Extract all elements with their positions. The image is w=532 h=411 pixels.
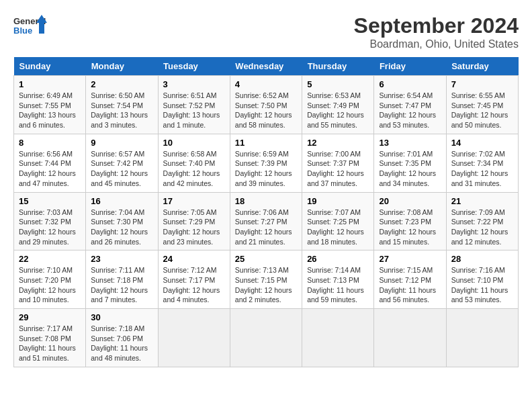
day-info: Sunrise: 6:51 AM Sunset: 7:52 PM Dayligh… [163,91,225,130]
day-info: Sunrise: 7:14 AM Sunset: 7:13 PM Dayligh… [307,265,369,305]
day-number: 5 [307,79,369,89]
header-day-tuesday: Tuesday [158,57,230,76]
calendar-cell: 19Sunrise: 7:07 AM Sunset: 7:25 PM Dayli… [302,192,374,250]
day-info: Sunrise: 7:15 AM Sunset: 7:12 PM Dayligh… [379,265,441,305]
calendar-cell: 29Sunrise: 7:17 AM Sunset: 7:08 PM Dayli… [14,309,86,367]
day-info: Sunrise: 6:59 AM Sunset: 7:39 PM Dayligh… [235,149,297,189]
svg-text:Blue: Blue [13,26,32,36]
header: General Blue September 2024 Boardman, Oh… [13,13,519,50]
day-info: Sunrise: 7:10 AM Sunset: 7:20 PM Dayligh… [19,265,81,305]
day-info: Sunrise: 6:53 AM Sunset: 7:49 PM Dayligh… [307,91,369,130]
day-info: Sunrise: 6:55 AM Sunset: 7:45 PM Dayligh… [451,91,513,130]
day-info: Sunrise: 7:17 AM Sunset: 7:08 PM Dayligh… [19,324,81,363]
calendar-cell [302,309,374,367]
day-info: Sunrise: 7:02 AM Sunset: 7:34 PM Dayligh… [451,149,513,189]
calendar-cell: 7Sunrise: 6:55 AM Sunset: 7:45 PM Daylig… [446,76,518,134]
day-number: 18 [235,196,297,206]
calendar-cell: 16Sunrise: 7:04 AM Sunset: 7:30 PM Dayli… [86,192,158,250]
week-row-1: 1Sunrise: 6:49 AM Sunset: 7:55 PM Daylig… [14,76,519,134]
day-number: 19 [307,196,369,206]
calendar-cell: 17Sunrise: 7:05 AM Sunset: 7:29 PM Dayli… [158,192,230,250]
subtitle: Boardman, Ohio, United States [354,38,519,50]
calendar-cell: 12Sunrise: 7:00 AM Sunset: 7:37 PM Dayli… [302,134,374,192]
calendar-cell: 2Sunrise: 6:50 AM Sunset: 7:54 PM Daylig… [86,76,158,134]
day-number: 28 [451,254,513,264]
calendar-cell [446,309,518,367]
day-info: Sunrise: 7:00 AM Sunset: 7:37 PM Dayligh… [307,149,369,189]
header-day-sunday: Sunday [14,57,86,76]
day-info: Sunrise: 7:12 AM Sunset: 7:17 PM Dayligh… [163,265,225,305]
title-section: September 2024 Boardman, Ohio, United St… [354,13,519,50]
header-day-saturday: Saturday [446,57,518,76]
day-number: 3 [163,79,225,89]
day-number: 11 [235,138,297,148]
logo-svg: General Blue [13,13,47,44]
day-info: Sunrise: 7:09 AM Sunset: 7:22 PM Dayligh… [451,208,513,247]
calendar-cell: 30Sunrise: 7:18 AM Sunset: 7:06 PM Dayli… [86,309,158,367]
day-number: 23 [91,254,152,264]
calendar-cell: 22Sunrise: 7:10 AM Sunset: 7:20 PM Dayli… [14,250,86,309]
calendar-cell: 27Sunrise: 7:15 AM Sunset: 7:12 PM Dayli… [374,250,446,309]
day-number: 13 [379,138,441,148]
day-number: 30 [91,312,152,322]
calendar-cell: 5Sunrise: 6:53 AM Sunset: 7:49 PM Daylig… [302,76,374,134]
day-number: 12 [307,138,369,148]
day-info: Sunrise: 6:54 AM Sunset: 7:47 PM Dayligh… [379,91,441,130]
day-number: 14 [451,138,513,148]
calendar-cell [374,309,446,367]
day-info: Sunrise: 7:16 AM Sunset: 7:10 PM Dayligh… [451,265,513,305]
day-number: 22 [19,254,81,264]
calendar-cell: 10Sunrise: 6:58 AM Sunset: 7:40 PM Dayli… [158,134,230,192]
day-info: Sunrise: 7:13 AM Sunset: 7:15 PM Dayligh… [235,265,297,305]
calendar-cell: 8Sunrise: 6:56 AM Sunset: 7:44 PM Daylig… [14,134,86,192]
day-number: 15 [19,196,81,206]
day-number: 6 [379,79,441,89]
day-info: Sunrise: 7:03 AM Sunset: 7:32 PM Dayligh… [19,208,81,247]
header-row: SundayMondayTuesdayWednesdayThursdayFrid… [14,57,519,76]
calendar-cell: 28Sunrise: 7:16 AM Sunset: 7:10 PM Dayli… [446,250,518,309]
header-day-thursday: Thursday [302,57,374,76]
week-row-2: 8Sunrise: 6:56 AM Sunset: 7:44 PM Daylig… [14,134,519,192]
day-number: 7 [451,79,513,89]
calendar-cell: 26Sunrise: 7:14 AM Sunset: 7:13 PM Dayli… [302,250,374,309]
day-info: Sunrise: 7:01 AM Sunset: 7:35 PM Dayligh… [379,149,441,189]
day-number: 20 [379,196,441,206]
day-info: Sunrise: 6:57 AM Sunset: 7:42 PM Dayligh… [91,149,152,189]
day-info: Sunrise: 6:50 AM Sunset: 7:54 PM Dayligh… [91,91,152,130]
calendar-cell [230,309,302,367]
day-number: 17 [163,196,225,206]
header-day-wednesday: Wednesday [230,57,302,76]
calendar-cell: 20Sunrise: 7:08 AM Sunset: 7:23 PM Dayli… [374,192,446,250]
day-number: 1 [19,79,81,89]
calendar-cell: 3Sunrise: 6:51 AM Sunset: 7:52 PM Daylig… [158,76,230,134]
header-day-monday: Monday [86,57,158,76]
calendar-cell [158,309,230,367]
day-number: 8 [19,138,81,148]
calendar-cell: 24Sunrise: 7:12 AM Sunset: 7:17 PM Dayli… [158,250,230,309]
calendar-cell: 9Sunrise: 6:57 AM Sunset: 7:42 PM Daylig… [86,134,158,192]
day-number: 21 [451,196,513,206]
day-info: Sunrise: 7:18 AM Sunset: 7:06 PM Dayligh… [91,324,152,363]
day-info: Sunrise: 7:11 AM Sunset: 7:18 PM Dayligh… [91,265,152,305]
day-number: 10 [163,138,225,148]
logo: General Blue [13,13,47,44]
day-number: 26 [307,254,369,264]
calendar-cell: 25Sunrise: 7:13 AM Sunset: 7:15 PM Dayli… [230,250,302,309]
calendar-cell: 13Sunrise: 7:01 AM Sunset: 7:35 PM Dayli… [374,134,446,192]
calendar-cell: 21Sunrise: 7:09 AM Sunset: 7:22 PM Dayli… [446,192,518,250]
day-number: 27 [379,254,441,264]
calendar-cell: 15Sunrise: 7:03 AM Sunset: 7:32 PM Dayli… [14,192,86,250]
header-day-friday: Friday [374,57,446,76]
day-info: Sunrise: 6:49 AM Sunset: 7:55 PM Dayligh… [19,91,81,130]
day-number: 16 [91,196,152,206]
week-row-5: 29Sunrise: 7:17 AM Sunset: 7:08 PM Dayli… [14,309,519,367]
calendar-cell: 11Sunrise: 6:59 AM Sunset: 7:39 PM Dayli… [230,134,302,192]
day-number: 9 [91,138,152,148]
week-row-3: 15Sunrise: 7:03 AM Sunset: 7:32 PM Dayli… [14,192,519,250]
day-number: 29 [19,312,81,322]
calendar-cell: 18Sunrise: 7:06 AM Sunset: 7:27 PM Dayli… [230,192,302,250]
day-info: Sunrise: 7:07 AM Sunset: 7:25 PM Dayligh… [307,208,369,247]
calendar-cell: 1Sunrise: 6:49 AM Sunset: 7:55 PM Daylig… [14,76,86,134]
week-row-4: 22Sunrise: 7:10 AM Sunset: 7:20 PM Dayli… [14,250,519,309]
calendar-cell: 23Sunrise: 7:11 AM Sunset: 7:18 PM Dayli… [86,250,158,309]
